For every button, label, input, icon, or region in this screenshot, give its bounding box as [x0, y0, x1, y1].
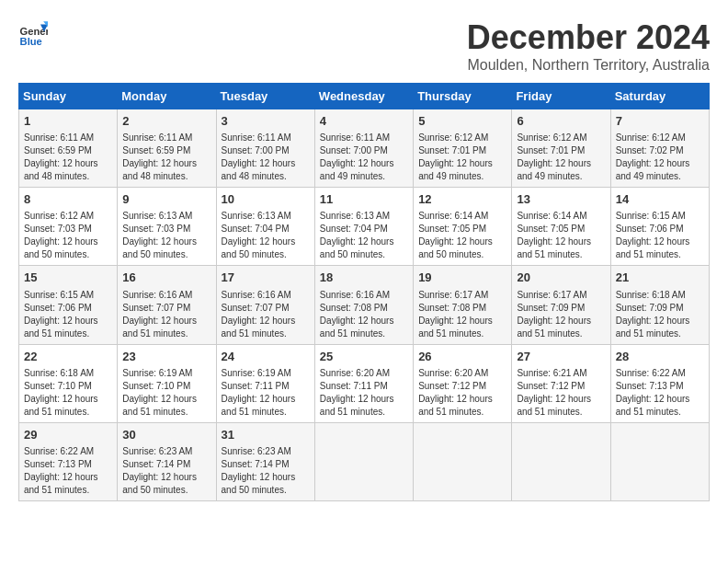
day-number: 23 [122, 349, 210, 365]
daylight-text: Daylight: 12 hours and 51 minutes. [24, 393, 112, 419]
header-sunday: Sunday [19, 84, 118, 109]
sunrise-text: Sunrise: 6:13 AM [122, 210, 210, 223]
calendar-cell: 4Sunrise: 6:11 AMSunset: 7:00 PMDaylight… [314, 109, 413, 188]
sunset-text: Sunset: 7:05 PM [418, 223, 506, 236]
day-number: 15 [24, 270, 112, 286]
daylight-text: Daylight: 12 hours and 49 minutes. [616, 157, 704, 183]
day-number: 26 [418, 349, 506, 365]
sunset-text: Sunset: 6:59 PM [24, 144, 112, 157]
daylight-text: Daylight: 12 hours and 51 minutes. [24, 471, 112, 497]
sunset-text: Sunset: 7:08 PM [320, 302, 408, 315]
sunset-text: Sunset: 7:02 PM [616, 144, 704, 157]
sunset-text: Sunset: 7:00 PM [222, 144, 310, 157]
sunrise-text: Sunrise: 6:14 AM [418, 210, 506, 223]
sunrise-text: Sunrise: 6:15 AM [24, 289, 112, 302]
calendar-cell: 20Sunrise: 6:17 AMSunset: 7:09 PMDayligh… [512, 266, 610, 344]
sunrise-text: Sunrise: 6:13 AM [320, 210, 408, 223]
calendar-cell: 3Sunrise: 6:11 AMSunset: 7:00 PMDaylight… [216, 109, 314, 188]
calendar-cell [512, 422, 610, 500]
month-title: December 2024 [467, 18, 710, 57]
sunrise-text: Sunrise: 6:22 AM [24, 445, 112, 458]
sunrise-text: Sunrise: 6:17 AM [517, 289, 605, 302]
sunset-text: Sunset: 7:11 PM [222, 380, 310, 393]
sunrise-text: Sunrise: 6:22 AM [616, 367, 704, 380]
sunset-text: Sunset: 7:13 PM [616, 380, 704, 393]
calendar-cell: 7Sunrise: 6:12 AMSunset: 7:02 PMDaylight… [610, 109, 709, 188]
sunset-text: Sunset: 7:12 PM [517, 380, 605, 393]
sunrise-text: Sunrise: 6:12 AM [418, 132, 506, 144]
daylight-text: Daylight: 12 hours and 51 minutes. [418, 393, 506, 419]
header-tuesday: Tuesday [216, 84, 314, 109]
day-number: 9 [122, 191, 210, 208]
calendar-cell [314, 422, 413, 500]
day-number: 16 [122, 270, 210, 286]
daylight-text: Daylight: 12 hours and 50 minutes. [418, 236, 506, 261]
sunset-text: Sunset: 7:13 PM [24, 458, 112, 471]
day-number: 21 [616, 270, 704, 286]
day-number: 6 [517, 113, 605, 130]
daylight-text: Daylight: 12 hours and 49 minutes. [517, 157, 605, 183]
day-number: 24 [222, 349, 310, 365]
daylight-text: Daylight: 12 hours and 51 minutes. [418, 315, 506, 340]
header-row: Sunday Monday Tuesday Wednesday Thursday… [19, 84, 710, 109]
sunrise-text: Sunrise: 6:23 AM [122, 445, 210, 458]
sunset-text: Sunset: 7:07 PM [222, 302, 310, 315]
day-number: 14 [616, 191, 704, 208]
calendar-cell: 21Sunrise: 6:18 AMSunset: 7:09 PMDayligh… [610, 266, 709, 344]
calendar-cell: 26Sunrise: 6:20 AMSunset: 7:12 PMDayligh… [414, 344, 512, 422]
sunrise-text: Sunrise: 6:12 AM [24, 210, 112, 223]
day-number: 17 [222, 270, 310, 286]
sunset-text: Sunset: 7:01 PM [517, 144, 605, 157]
header-friday: Friday [512, 84, 610, 109]
daylight-text: Daylight: 12 hours and 49 minutes. [418, 157, 506, 183]
sunrise-text: Sunrise: 6:18 AM [24, 367, 112, 380]
sunset-text: Sunset: 7:12 PM [418, 380, 506, 393]
sunset-text: Sunset: 7:10 PM [122, 380, 210, 393]
calendar-cell: 13Sunrise: 6:14 AMSunset: 7:05 PMDayligh… [512, 188, 610, 266]
calendar-cell: 16Sunrise: 6:16 AMSunset: 7:07 PMDayligh… [118, 266, 216, 344]
sunrise-text: Sunrise: 6:21 AM [517, 367, 605, 380]
sunrise-text: Sunrise: 6:19 AM [122, 367, 210, 380]
calendar-cell: 17Sunrise: 6:16 AMSunset: 7:07 PMDayligh… [216, 266, 314, 344]
day-number: 11 [320, 191, 408, 208]
sunrise-text: Sunrise: 6:18 AM [616, 289, 704, 302]
sunset-text: Sunset: 7:09 PM [517, 302, 605, 315]
calendar-cell: 30Sunrise: 6:23 AMSunset: 7:14 PMDayligh… [118, 422, 216, 500]
sunset-text: Sunset: 7:14 PM [122, 458, 210, 471]
daylight-text: Daylight: 12 hours and 50 minutes. [122, 471, 210, 497]
calendar-body: 1Sunrise: 6:11 AMSunset: 6:59 PMDaylight… [19, 109, 710, 501]
day-number: 7 [616, 113, 704, 130]
calendar-week-row: 8Sunrise: 6:12 AMSunset: 7:03 PMDaylight… [19, 188, 710, 266]
calendar-cell: 1Sunrise: 6:11 AMSunset: 6:59 PMDaylight… [19, 109, 118, 188]
sunrise-text: Sunrise: 6:20 AM [320, 367, 408, 380]
calendar-cell: 11Sunrise: 6:13 AMSunset: 7:04 PMDayligh… [314, 188, 413, 266]
sunrise-text: Sunrise: 6:16 AM [122, 289, 210, 302]
sunrise-text: Sunrise: 6:23 AM [222, 445, 310, 458]
sunrise-text: Sunrise: 6:13 AM [222, 210, 310, 223]
header-monday: Monday [118, 84, 216, 109]
day-number: 29 [24, 427, 112, 443]
sunset-text: Sunset: 7:01 PM [418, 144, 506, 157]
header-wednesday: Wednesday [314, 84, 413, 109]
sunset-text: Sunset: 7:05 PM [517, 223, 605, 236]
day-number: 18 [320, 270, 408, 286]
sunset-text: Sunset: 7:06 PM [616, 223, 704, 236]
calendar-cell: 19Sunrise: 6:17 AMSunset: 7:08 PMDayligh… [414, 266, 512, 344]
sunrise-text: Sunrise: 6:17 AM [418, 289, 506, 302]
sunset-text: Sunset: 7:11 PM [320, 380, 408, 393]
sunrise-text: Sunrise: 6:11 AM [122, 132, 210, 144]
sunrise-text: Sunrise: 6:12 AM [517, 132, 605, 144]
sunrise-text: Sunrise: 6:15 AM [616, 210, 704, 223]
sunset-text: Sunset: 7:07 PM [122, 302, 210, 315]
sunset-text: Sunset: 7:03 PM [122, 223, 210, 236]
sunrise-text: Sunrise: 6:12 AM [616, 132, 704, 144]
day-number: 2 [122, 113, 210, 130]
calendar-cell: 22Sunrise: 6:18 AMSunset: 7:10 PMDayligh… [19, 344, 118, 422]
daylight-text: Daylight: 12 hours and 51 minutes. [517, 393, 605, 419]
calendar-week-row: 22Sunrise: 6:18 AMSunset: 7:10 PMDayligh… [19, 344, 710, 422]
day-number: 20 [517, 270, 605, 286]
day-number: 10 [222, 191, 310, 208]
calendar-cell: 6Sunrise: 6:12 AMSunset: 7:01 PMDaylight… [512, 109, 610, 188]
daylight-text: Daylight: 12 hours and 49 minutes. [320, 157, 408, 183]
daylight-text: Daylight: 12 hours and 51 minutes. [320, 315, 408, 340]
